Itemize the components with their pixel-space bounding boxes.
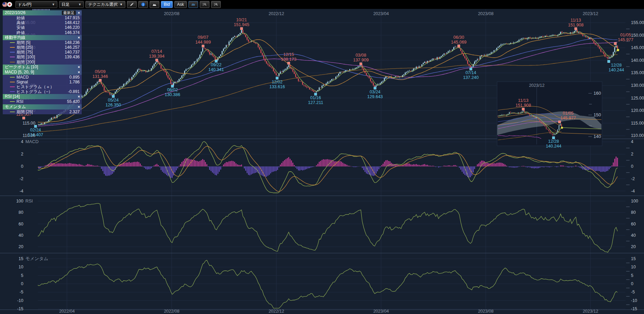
panel-section-header: 2022/10/26最新足× [3,10,82,15]
svg-text:150: 150 [594,112,601,117]
svg-text:133.616: 133.616 [269,84,285,89]
vertical-zoom-out-button[interactable] [200,1,209,8]
svg-text:09/07: 09/07 [198,35,208,40]
close-indicator-button[interactable]: × [78,70,80,75]
panel-indicator-row: 高値148.412 [3,20,82,25]
panel-value: 148.236 [65,40,80,45]
line-color-swatch [10,77,15,78]
info-button[interactable] [138,1,148,8]
timeframe-select[interactable]: 日足 ▼ [59,1,84,8]
svg-text:RSI: RSI [25,198,33,203]
svg-text:2023/12: 2023/12 [529,83,544,88]
svg-text:-15: -15 [631,306,637,311]
ask-button[interactable]: Ask [174,1,187,8]
svg-text:100: 100 [631,199,638,203]
panel-value: 0.895 [69,75,80,80]
currency-pair-label: ドル/円 [18,2,32,8]
svg-text:137.240: 137.240 [463,75,479,80]
svg-text:129.643: 129.643 [367,94,383,99]
pencil-icon [130,2,134,7]
panel-indicator-row: RSI55.420 [3,99,82,104]
svg-text:11/13: 11/13 [571,18,581,23]
svg-text:2023/04: 2023/04 [373,309,389,314]
trading-app-window: { "toolbar": { "pair": "ドル/円", "timefram… [0,0,644,314]
svg-text:01/16: 01/16 [310,95,321,100]
panel-label: 2022/10/26 [5,10,25,15]
svg-text:20: 20 [631,244,636,249]
svg-text:80: 80 [631,210,636,215]
panel-indicator-row: 終値146.374 [3,30,82,35]
svg-text:155.00: 155.00 [631,20,644,25]
svg-text:127.211: 127.211 [308,100,323,105]
draw-tool-button[interactable] [127,1,137,8]
technical-select-button[interactable]: テクニカル選択 ▼ [85,1,125,8]
svg-text:130.386: 130.386 [165,92,180,97]
svg-text:115.00: 115.00 [23,121,35,126]
panel-label: 安値 [16,25,25,30]
panel-value: 139.436 [65,55,80,59]
svg-text:140.341: 140.341 [208,67,224,72]
svg-text:115.00: 115.00 [631,121,644,126]
close-indicator-button[interactable]: × [78,65,80,70]
chevron-down-icon: ▼ [49,3,55,6]
panel-label: 移動平均線 [5,35,25,40]
panel-value: 140.737 [65,50,80,55]
svg-text:10/21: 10/21 [236,18,247,22]
panel-value: 146.374 [65,30,80,35]
svg-text:-2: -2 [20,176,23,181]
svg-text:01/05: 01/05 [563,111,573,116]
svg-text:145.00: 145.00 [631,45,644,50]
panel-indicator-row: 始値147.915 [3,15,82,20]
svg-text:145.977: 145.977 [560,116,576,120]
chart-style-button[interactable] [150,1,159,8]
svg-text:2022/04: 2022/04 [59,309,74,314]
svg-text:-10: -10 [631,298,637,303]
panel-label: 期間 [75] [16,50,33,55]
panel-label: MACD [16,75,28,80]
svg-text:2022/08: 2022/08 [164,11,179,16]
panel-value: 1.786 [69,80,80,84]
panel-indicator-row: 期間 [200] [3,60,82,65]
panel-indicator-row: MACD0.895 [3,75,82,80]
svg-text:08/02: 08/02 [167,88,178,92]
panel-indicator-row: 期間 [25]2.327 [3,109,82,114]
svg-text:140.244: 140.244 [609,68,624,72]
close-indicator-button[interactable]: × [78,104,80,109]
close-indicator-button[interactable]: × [78,35,80,40]
line-color-swatch [10,52,15,53]
chart-canvas[interactable]: 155.00155.00150.00150.00145.00145.00140.… [0,0,644,314]
svg-text:-5: -5 [631,290,635,294]
panel-value: 55.420 [67,99,80,104]
svg-text:2023/12: 2023/12 [583,309,598,314]
panel-indicator-row: Signal1.786 [3,80,82,84]
svg-text:80: 80 [19,210,23,215]
vertical-zoom-in-button[interactable] [211,1,221,8]
bid-button[interactable]: Bid [161,1,172,8]
currency-pair-select[interactable]: ドル/円 ▼ [15,1,57,8]
mountain-icon [152,2,157,7]
svg-text:06/30: 06/30 [453,35,464,40]
panel-value: 2.327 [69,109,80,114]
volume-display-button[interactable] [188,1,198,8]
info-icon [141,2,145,7]
svg-text:-5: -5 [20,290,23,294]
inset-chart: 2023/1216015014011/13151.90801/05145.977… [497,82,602,149]
svg-text:145.069: 145.069 [451,40,467,45]
svg-text:110.00: 110.00 [631,133,644,138]
svg-text:120.00: 120.00 [631,108,644,113]
svg-text:05/24: 05/24 [108,98,118,103]
svg-text:138.173: 138.173 [281,57,296,62]
svg-text:60: 60 [631,222,636,226]
panel-indicator-row: 安値146.220 [3,25,82,30]
svg-text:4: 4 [21,139,23,144]
panel-label: 始値 [16,15,25,20]
line-color-swatch [10,82,15,82]
panel-drag-handle[interactable] [33,9,50,10]
svg-text:151.945: 151.945 [234,22,249,27]
close-indicator-button[interactable]: × [78,94,80,99]
panel-value: 148.412 [65,20,80,25]
svg-text:151.908: 151.908 [568,23,584,27]
svg-text:40: 40 [19,233,23,238]
svg-text:2022/12: 2022/12 [268,11,284,16]
close-indicator-button[interactable]: × [78,10,80,15]
